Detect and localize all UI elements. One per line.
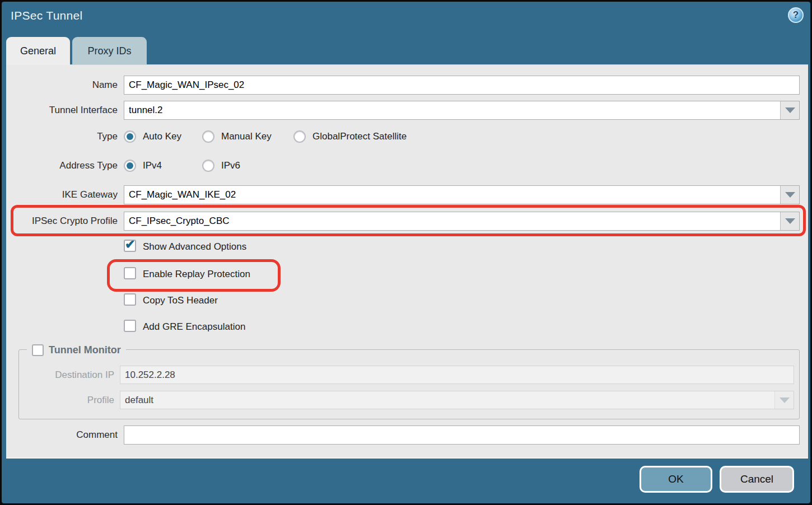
- tunnel-interface-label: Tunnel Interface: [6, 101, 118, 120]
- tunnel-monitor-checkbox[interactable]: [32, 344, 44, 356]
- address-type-radio-ipv4-label: IPv4: [143, 158, 162, 173]
- tunnel-interface-dropdown-button[interactable]: [780, 101, 799, 119]
- type-radio-globalprotect-satellite[interactable]: [293, 130, 306, 143]
- comment-input[interactable]: [124, 425, 800, 445]
- tunnel-interface-combo: [124, 101, 800, 120]
- tab-proxy-ids[interactable]: Proxy IDs: [72, 37, 147, 65]
- name-input[interactable]: [124, 76, 800, 95]
- comment-label: Comment: [6, 425, 118, 445]
- address-type-label: Address Type: [6, 158, 118, 173]
- profile-input: [120, 391, 774, 409]
- tunnel-monitor-fieldset: Tunnel Monitor Destination IP Profile: [18, 349, 800, 419]
- ok-button[interactable]: OK: [640, 466, 712, 493]
- profile-label: Profile: [25, 391, 114, 409]
- ipsec-crypto-profile-label: IPSec Crypto Profile: [6, 212, 118, 231]
- chevron-down-icon: [785, 192, 795, 198]
- type-radio-globalprotect-satellite-label: GlobalProtect Satellite: [312, 129, 407, 144]
- show-advanced-options-checkbox[interactable]: [124, 240, 136, 252]
- ipsec-crypto-profile-input[interactable]: [124, 212, 780, 230]
- profile-combo: [120, 391, 794, 409]
- copy-tos-header-checkbox[interactable]: [124, 293, 136, 306]
- tab-general-label: General: [20, 45, 56, 57]
- destination-ip-label: Destination IP: [25, 366, 114, 384]
- tab-proxy-ids-label: Proxy IDs: [87, 45, 131, 57]
- ipsec-crypto-profile-dropdown-button[interactable]: [780, 212, 799, 230]
- add-gre-encapsulation-checkbox[interactable]: [124, 320, 136, 332]
- chevron-down-icon: [780, 398, 790, 403]
- tunnel-monitor-label: Tunnel Monitor: [49, 344, 121, 356]
- address-type-radio-ipv6[interactable]: [202, 160, 214, 172]
- general-tab-panel: Name Tunnel Interface Type Auto Key Manu…: [6, 64, 808, 459]
- cancel-button[interactable]: Cancel: [720, 466, 794, 493]
- enable-replay-protection-checkbox[interactable]: [124, 267, 136, 279]
- ipsec-tunnel-dialog: IPSec Tunnel ? General Proxy IDs Name Tu…: [2, 2, 810, 503]
- ike-gateway-input[interactable]: [124, 186, 780, 204]
- tunnel-interface-input[interactable]: [124, 101, 780, 119]
- chevron-down-icon: [785, 218, 795, 224]
- show-advanced-options-label: Show Advanced Options: [143, 240, 246, 254]
- ipsec-tunnel-dialog-page: IPSec Tunnel ? General Proxy IDs Name Tu…: [0, 0, 812, 505]
- tunnel-monitor-legend: Tunnel Monitor: [27, 342, 126, 358]
- copy-tos-header-label: Copy ToS Header: [143, 293, 218, 308]
- chevron-down-icon: [785, 107, 795, 113]
- enable-replay-protection-label: Enable Replay Protection: [143, 267, 250, 282]
- name-label: Name: [6, 76, 118, 95]
- address-type-radio-ipv6-label: IPv6: [221, 158, 240, 173]
- type-label: Type: [6, 129, 118, 144]
- tab-general[interactable]: General: [6, 37, 70, 65]
- dialog-title: IPSec Tunnel: [11, 9, 83, 22]
- type-radio-manual-key[interactable]: [202, 130, 214, 143]
- type-radio-manual-key-label: Manual Key: [221, 129, 272, 144]
- ipsec-crypto-profile-combo: [124, 212, 800, 231]
- ike-gateway-combo: [124, 185, 800, 204]
- add-gre-encapsulation-label: Add GRE Encapsulation: [143, 320, 245, 334]
- destination-ip-input: [120, 366, 794, 384]
- profile-dropdown-button: [774, 391, 794, 409]
- type-radio-auto-key[interactable]: [124, 130, 136, 143]
- address-type-radio-ipv4[interactable]: [124, 160, 136, 172]
- help-question-icon[interactable]: ?: [788, 7, 804, 23]
- ike-gateway-label: IKE Gateway: [6, 185, 118, 204]
- ike-gateway-dropdown-button[interactable]: [780, 186, 799, 204]
- type-radio-auto-key-label: Auto Key: [143, 129, 181, 144]
